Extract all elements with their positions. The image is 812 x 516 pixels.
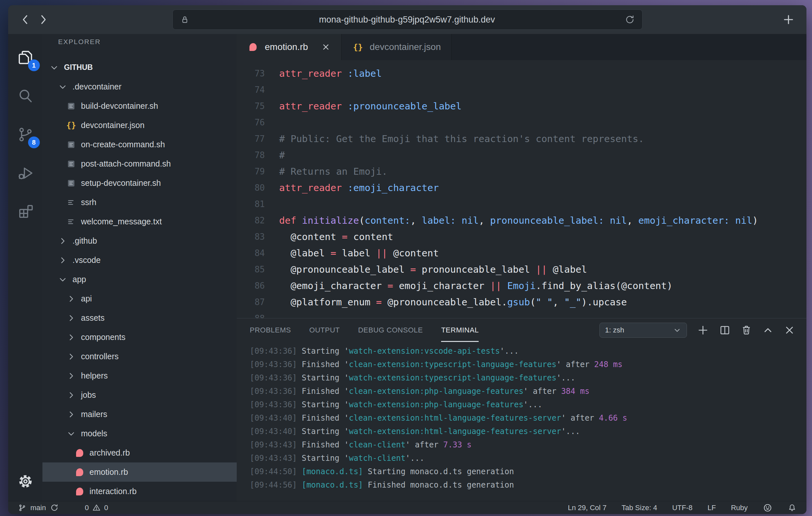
chevron-right-icon [65, 372, 77, 380]
file-label: interaction.rb [89, 487, 137, 496]
tree-root-github[interactable]: GITHUB [42, 58, 237, 77]
feedback-smiley-icon[interactable] [763, 503, 773, 513]
bottom-panel: PROBLEMSOUTPUTDEBUG CONSOLETERMINAL 1: z… [237, 318, 807, 501]
tree-item-interaction.rb[interactable]: interaction.rb [42, 482, 237, 501]
file-label: models [81, 429, 108, 438]
tree-item-app[interactable]: app [42, 270, 237, 289]
code-line-83: 83 @content = content [237, 229, 807, 245]
line-number: 87 [237, 297, 265, 307]
file-tree: GITHUB .devcontainerbuild-devcontainer.s… [42, 58, 237, 501]
line-number: 81 [237, 199, 265, 209]
tree-item-post-attach-command.sh[interactable]: post-attach-command.sh [42, 154, 237, 173]
chevron-down-icon [57, 83, 68, 91]
tree-item-components[interactable]: components [42, 327, 237, 347]
editor-tab-devcontainer.json[interactable]: {}devcontainer.json [342, 34, 452, 60]
url-text: mona-github-github-g59jpq2w5w7.github.de… [190, 15, 625, 25]
file-label: helpers [81, 371, 108, 380]
problems-status-item[interactable]: 0 0 [85, 503, 108, 512]
settings-gear-button[interactable] [13, 469, 38, 494]
line-number: 80 [237, 183, 265, 193]
back-button[interactable] [17, 11, 34, 28]
code-line-79: 79# Returns an Emoji. [237, 163, 807, 180]
file-label: components [81, 333, 125, 342]
tree-item-.devcontainer[interactable]: .devcontainer [42, 77, 237, 96]
status-item-ruby[interactable]: Ruby [731, 504, 748, 512]
close-panel-icon[interactable] [784, 324, 795, 336]
panel-header: PROBLEMSOUTPUTDEBUG CONSOLETERMINAL 1: z… [237, 318, 807, 342]
status-item-tab-size-4[interactable]: Tab Size: 4 [622, 504, 657, 512]
tree-item-mailers[interactable]: mailers [42, 405, 237, 424]
text-file-icon [65, 217, 77, 226]
tree-item-.github[interactable]: .github [42, 231, 237, 251]
tree-item-jobs[interactable]: jobs [42, 385, 237, 405]
maximize-panel-icon[interactable] [762, 324, 774, 336]
terminal-line: [09:44:50] [monaco.d.ts] Starting monaco… [250, 467, 807, 480]
tree-item-controllers[interactable]: controllers [42, 347, 237, 366]
terminal-line: [09:43:36] Starting 'watch-extension:php… [250, 400, 807, 413]
sidebar-title: EXPLORER [42, 34, 237, 49]
status-right-items: Ln 29, Col 7Tab Size: 4UTF-8LFRuby [568, 504, 748, 512]
terminal-line: [09:43:40] Finished 'clean-extension:htm… [250, 413, 807, 427]
forward-button[interactable] [34, 11, 52, 28]
file-label: emotion.rb [89, 467, 128, 477]
extensions-activity-button[interactable] [13, 199, 38, 224]
split-terminal-icon[interactable] [719, 324, 731, 336]
ruby-file-icon [74, 449, 86, 457]
desktop-background: mona-github-github-g59jpq2w5w7.github.de… [0, 0, 812, 516]
address-bar[interactable]: mona-github-github-g59jpq2w5w7.github.de… [172, 9, 642, 30]
json-file-icon: {} [352, 42, 364, 52]
run-debug-activity-button[interactable] [13, 161, 38, 185]
tree-item-helpers[interactable]: helpers [42, 366, 237, 385]
tree-item-on-create-command.sh[interactable]: on-create-command.sh [42, 135, 237, 154]
status-item-utf-8[interactable]: UTF-8 [672, 504, 693, 512]
sync-icon[interactable] [50, 503, 59, 512]
file-label: api [81, 294, 92, 304]
code-editor[interactable]: 73attr_reader :label7475attr_reader :pro… [237, 60, 807, 318]
source-control-activity-button[interactable]: 8 [13, 122, 38, 147]
new-terminal-icon[interactable] [697, 324, 709, 336]
terminal-shell-select[interactable]: 1: zsh [600, 323, 687, 338]
tree-item-.vscode[interactable]: .vscode [42, 251, 237, 270]
terminal-line: [09:44:56] [monaco.d.ts] Finished monaco… [250, 480, 807, 494]
panel-tab-problems[interactable]: PROBLEMS [250, 318, 291, 342]
search-activity-button[interactable] [13, 84, 38, 108]
gear-icon [17, 473, 34, 490]
notifications-bell-icon[interactable] [787, 503, 796, 512]
status-item-lf[interactable]: LF [707, 504, 716, 512]
panel-tab-terminal[interactable]: TERMINAL [441, 318, 478, 342]
code-line-73: 73attr_reader :label [237, 65, 807, 82]
error-count: 0 [85, 504, 89, 512]
panel-actions: 1: zsh [600, 323, 795, 338]
terminal-line: [09:43:36] Finished 'clean-extension:php… [250, 387, 807, 400]
new-tab-button[interactable] [782, 13, 795, 26]
branch-status-item[interactable]: main [18, 503, 59, 512]
panel-tab-output[interactable]: OUTPUT [309, 318, 340, 342]
tree-item-setup-devcontainer.sh[interactable]: setup-devcontainer.sh [42, 173, 237, 193]
panel-tab-debug-console[interactable]: DEBUG CONSOLE [358, 318, 423, 342]
editor-tab-emotion.rb[interactable]: emotion.rb [237, 34, 342, 60]
kill-terminal-icon[interactable] [741, 324, 752, 336]
editor-group: emotion.rb{}devcontainer.json 73attr_rea… [237, 34, 807, 501]
tree-item-assets[interactable]: assets [42, 308, 237, 327]
tree-item-api[interactable]: api [42, 289, 237, 308]
tree-item-emotion.rb[interactable]: emotion.rb [42, 462, 237, 482]
status-item-ln-29-col-7[interactable]: Ln 29, Col 7 [568, 504, 607, 512]
line-number: 82 [237, 216, 265, 225]
tree-item-welcome-message.txt[interactable]: welcome_message.txt [42, 212, 237, 231]
close-tab-icon[interactable] [321, 42, 331, 52]
shell-file-icon [65, 179, 77, 188]
chevron-down-icon [57, 275, 68, 284]
file-label: assets [81, 313, 105, 323]
refresh-icon[interactable] [625, 15, 635, 25]
terminal-output[interactable]: [09:43:36] Starting 'watch-extension:vsc… [237, 342, 807, 501]
scm-badge: 8 [28, 137, 40, 148]
ruby-file-icon [74, 468, 86, 476]
file-label: setup-devcontainer.sh [81, 178, 161, 188]
tree-item-devcontainer.json[interactable]: {}devcontainer.json [42, 116, 237, 135]
tree-item-build-devcontainer.sh[interactable]: build-devcontainer.sh [42, 96, 237, 116]
warning-triangle-icon [92, 503, 101, 512]
tree-item-models[interactable]: models [42, 424, 237, 443]
explorer-activity-button[interactable]: 1 [13, 45, 38, 70]
tree-item-archived.rb[interactable]: archived.rb [42, 443, 237, 462]
tree-item-ssrh[interactable]: ssrh [42, 193, 237, 212]
